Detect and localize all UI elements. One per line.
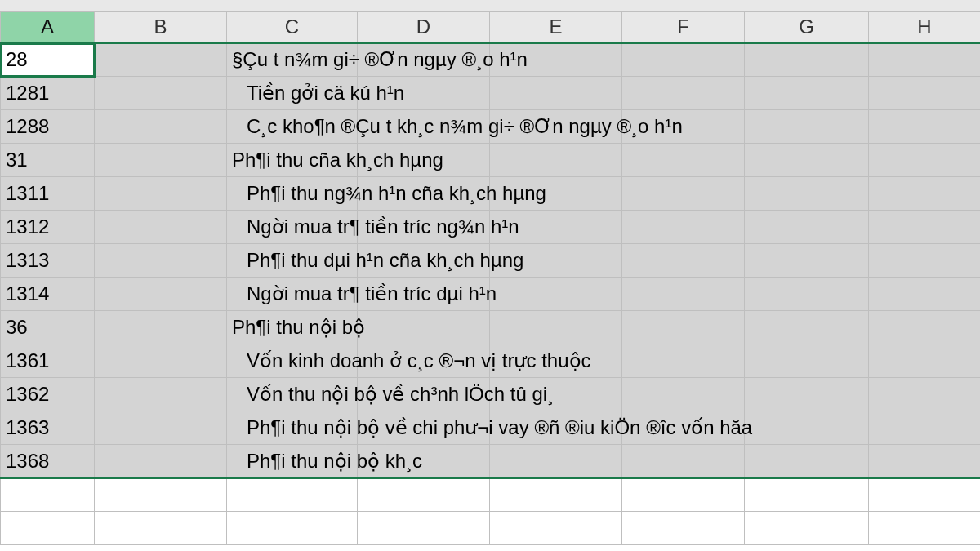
cell-A-5[interactable]: 1312 — [1, 211, 95, 244]
cell-D-1[interactable] — [358, 77, 490, 110]
cell-blank-E-1[interactable] — [490, 512, 622, 545]
cell-F-9[interactable] — [622, 344, 745, 378]
cell-H-2[interactable] — [869, 110, 981, 144]
cell-blank-A-1[interactable] — [1, 512, 95, 545]
cell-blank-A-0[interactable] — [1, 478, 95, 512]
column-header-H[interactable]: H — [869, 12, 981, 43]
cell-blank-D-0[interactable] — [358, 478, 490, 512]
cell-C-4[interactable]: Ph¶i thu ng¾n h¹n cña kh¸ch hµng — [227, 177, 358, 211]
cell-E-1[interactable] — [490, 77, 622, 110]
cell-A-6[interactable]: 1313 — [1, 244, 95, 278]
cell-A-4[interactable]: 1311 — [1, 177, 95, 211]
cell-D-0[interactable] — [358, 43, 490, 77]
cell-F-5[interactable] — [622, 211, 745, 244]
cell-C-5[interactable]: Ng­ời mua tr¶ tiền tr­íc ng¾n h¹n — [227, 211, 358, 244]
cell-F-11[interactable] — [622, 411, 745, 445]
cell-blank-G-1[interactable] — [745, 512, 869, 545]
cell-B-1[interactable] — [95, 77, 227, 110]
cell-D-8[interactable] — [358, 311, 490, 344]
cell-D-9[interactable] — [358, 344, 490, 378]
cell-E-9[interactable] — [490, 344, 622, 378]
cell-F-0[interactable] — [622, 43, 745, 77]
cell-E-4[interactable] — [490, 177, 622, 211]
cell-D-7[interactable] — [358, 278, 490, 311]
cell-E-0[interactable] — [490, 43, 622, 77]
cell-B-2[interactable] — [95, 110, 227, 144]
cell-G-9[interactable] — [745, 344, 869, 378]
cell-B-3[interactable] — [95, 144, 227, 177]
cell-B-5[interactable] — [95, 211, 227, 244]
cell-G-8[interactable] — [745, 311, 869, 344]
cell-F-1[interactable] — [622, 77, 745, 110]
cell-E-12[interactable] — [490, 445, 622, 478]
cell-A-0[interactable]: 28 — [1, 43, 95, 77]
cell-E-2[interactable] — [490, 110, 622, 144]
cell-G-5[interactable] — [745, 211, 869, 244]
cell-blank-C-1[interactable] — [227, 512, 358, 545]
cell-blank-E-0[interactable] — [490, 478, 622, 512]
cell-D-12[interactable] — [358, 445, 490, 478]
cell-A-10[interactable]: 1362 — [1, 378, 95, 411]
cell-blank-C-0[interactable] — [227, 478, 358, 512]
cell-D-3[interactable] — [358, 144, 490, 177]
cell-B-8[interactable] — [95, 311, 227, 344]
cell-G-3[interactable] — [745, 144, 869, 177]
cell-H-8[interactable] — [869, 311, 981, 344]
cell-B-12[interactable] — [95, 445, 227, 478]
column-header-G[interactable]: G — [745, 12, 869, 43]
cell-A-11[interactable]: 1363 — [1, 411, 95, 445]
cell-E-11[interactable] — [490, 411, 622, 445]
cell-D-10[interactable] — [358, 378, 490, 411]
cell-C-7[interactable]: Ng­ời mua tr¶ tiền tr­íc dµi h¹n — [227, 278, 358, 311]
cell-D-4[interactable] — [358, 177, 490, 211]
cell-F-7[interactable] — [622, 278, 745, 311]
cell-E-5[interactable] — [490, 211, 622, 244]
cell-E-8[interactable] — [490, 311, 622, 344]
cell-B-11[interactable] — [95, 411, 227, 445]
column-header-C[interactable]: C — [227, 12, 358, 43]
cell-H-7[interactable] — [869, 278, 981, 311]
cell-blank-G-0[interactable] — [745, 478, 869, 512]
cell-B-7[interactable] — [95, 278, 227, 311]
cell-F-8[interactable] — [622, 311, 745, 344]
cell-blank-B-0[interactable] — [95, 478, 227, 512]
cell-blank-F-1[interactable] — [622, 512, 745, 545]
cell-B-9[interactable] — [95, 344, 227, 378]
cell-G-7[interactable] — [745, 278, 869, 311]
cell-A-7[interactable]: 1314 — [1, 278, 95, 311]
cell-C-8[interactable]: Ph¶i thu nội bộ — [227, 311, 358, 344]
cell-F-2[interactable] — [622, 110, 745, 144]
cell-H-11[interactable] — [869, 411, 981, 445]
cell-blank-D-1[interactable] — [358, 512, 490, 545]
cell-H-10[interactable] — [869, 378, 981, 411]
cell-G-1[interactable] — [745, 77, 869, 110]
grid[interactable]: ABCDEFGH 28§Çu t­ n¾m gi÷ ®Ơn ngµy ®¸o h… — [0, 11, 980, 545]
cell-B-4[interactable] — [95, 177, 227, 211]
cell-F-4[interactable] — [622, 177, 745, 211]
cell-C-0[interactable]: §Çu t­ n¾m gi÷ ®Ơn ngµy ®¸o h¹n — [227, 43, 358, 77]
cell-A-2[interactable]: 1288 — [1, 110, 95, 144]
cell-H-12[interactable] — [869, 445, 981, 478]
cell-F-12[interactable] — [622, 445, 745, 478]
cell-B-0[interactable] — [95, 43, 227, 77]
cell-G-10[interactable] — [745, 378, 869, 411]
cell-E-10[interactable] — [490, 378, 622, 411]
column-header-F[interactable]: F — [622, 12, 745, 43]
cell-G-4[interactable] — [745, 177, 869, 211]
cell-C-11[interactable]: Ph¶i thu nội bộ về chi phư¬i vay ®ñ ®iu … — [227, 411, 358, 445]
cell-C-12[interactable]: Ph¶i thu nội bộ kh¸c — [227, 445, 358, 478]
cell-B-6[interactable] — [95, 244, 227, 278]
cell-E-6[interactable] — [490, 244, 622, 278]
cell-A-3[interactable]: 31 — [1, 144, 95, 177]
cell-F-3[interactable] — [622, 144, 745, 177]
cell-G-6[interactable] — [745, 244, 869, 278]
cell-E-3[interactable] — [490, 144, 622, 177]
column-header-D[interactable]: D — [358, 12, 490, 43]
cell-C-6[interactable]: Ph¶i thu dµi h¹n cña kh¸ch hµng — [227, 244, 358, 278]
cell-A-9[interactable]: 1361 — [1, 344, 95, 378]
cell-G-12[interactable] — [745, 445, 869, 478]
cell-G-0[interactable] — [745, 43, 869, 77]
cell-A-12[interactable]: 1368 — [1, 445, 95, 478]
cell-E-7[interactable] — [490, 278, 622, 311]
column-header-E[interactable]: E — [490, 12, 622, 43]
